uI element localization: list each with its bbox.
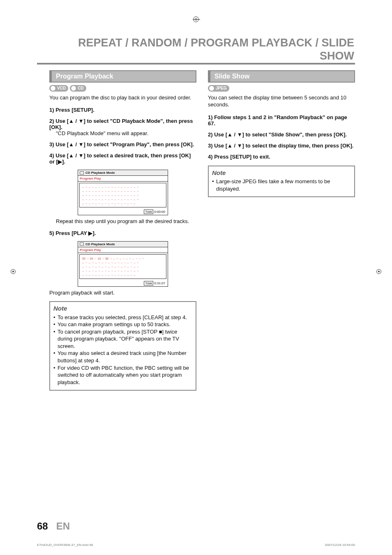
note-item: You may also select a desired track usin…	[53, 350, 192, 364]
after-cd2: Program playback will start.	[49, 289, 196, 297]
step-1-head: 1) Press [SETUP].	[49, 107, 95, 113]
cd1-title-text: CD Playback Mode	[85, 171, 115, 175]
right-column: Slide Show JPEG You can select the displ…	[208, 70, 355, 391]
cd1-total: Total 0:00:00	[78, 209, 168, 215]
step-3-head: 3) Use [▲ / ▼] to select "Program Play",…	[49, 141, 194, 147]
jpeg-badge-label: JPEG	[216, 86, 227, 90]
step-4: 4) Use [▲ / ▼] to select a desired track…	[49, 152, 196, 165]
jpeg-badges: JPEG	[208, 85, 355, 92]
cd2-title: CD Playback Mode	[78, 242, 168, 247]
slideshow-heading: Slide Show	[208, 70, 355, 83]
page-title: REPEAT / RANDOM / PROGRAM PLAYBACK / SLI…	[37, 36, 355, 64]
after-cd1: Repeat this step until you program all t…	[56, 218, 196, 225]
r-step-4-head: 4) Press [SETUP] to exit.	[208, 154, 270, 160]
step-3: 3) Use [▲ / ▼] to select "Program Play",…	[49, 141, 196, 147]
note-item: You can make program settings up to 50 t…	[53, 321, 192, 328]
cd2-total: Total 0:31:07	[78, 280, 168, 286]
step-4-head: 4) Use [▲ / ▼] to select a desired track…	[49, 152, 191, 165]
page-lang: EN	[56, 520, 70, 532]
r-step-1: 1) Follow steps 1 and 2 in "Random Playb…	[208, 114, 355, 127]
slideshow-intro: You can select the display time between …	[208, 94, 355, 108]
registration-mark-left	[11, 269, 16, 274]
cd-badge-label: CD	[78, 86, 83, 90]
cd2-title-text: CD Playback Mode	[85, 242, 115, 246]
note-item: For video CD with PBC function, the PBC …	[53, 364, 192, 386]
cd1-total-val: 0:00:00	[154, 210, 165, 214]
r-step-2: 2) Use [▲ / ▼] to select "Slide Show", t…	[208, 131, 355, 138]
r-step-3-head: 3) Use [▲ / ▼] to select the display tim…	[208, 143, 353, 149]
left-column: Program Playback VCD CD You can program …	[49, 70, 196, 391]
program-playback-heading: Program Playback	[49, 70, 196, 83]
cd2-sub: Program Play	[78, 247, 168, 253]
window-icon	[80, 242, 84, 246]
right-note-box: Note Large-size JPEG files take a few mo…	[208, 166, 355, 197]
cd-window-2: CD Playback Mode Program Play 09 →04 →10…	[78, 241, 168, 287]
cd1-title: CD Playback Mode	[78, 170, 168, 176]
vcd-badge: VCD	[49, 85, 68, 92]
left-note-title: Note	[53, 304, 192, 313]
window-icon	[80, 171, 84, 175]
right-note-list: Large-size JPEG files take a few moments…	[212, 178, 351, 192]
r-step-1-head: 1) Follow steps 1 and 2 in "Random Playb…	[208, 114, 347, 127]
print-mark-right: 2007/12/28 10:54:00	[325, 543, 355, 547]
crop-mark-top	[193, 16, 199, 22]
cd2-grid: 09 →04 →10 →08 →-- →-- →-- →-- →-- →-- →…	[79, 254, 166, 279]
step-2: 2) Use [▲ / ▼] to select "CD Playback Mo…	[49, 118, 196, 136]
r-step-4: 4) Press [SETUP] to exit.	[208, 154, 355, 160]
left-note-list: To erase tracks you selected, press [CLE…	[53, 314, 192, 386]
footer: 68 EN	[37, 520, 70, 532]
note-item: To erase tracks you selected, press [CLE…	[53, 314, 192, 321]
jpeg-badge: JPEG	[208, 85, 229, 92]
vcd-badge-label: VCD	[57, 86, 66, 90]
step-1: 1) Press [SETUP].	[49, 107, 196, 113]
print-mark-left: E7H42UD_DVDR3506-37_EN.indd 68	[37, 543, 93, 547]
step-2-head: 2) Use [▲ / ▼] to select "CD Playback Mo…	[49, 118, 196, 130]
step-5-head: 5) Press [PLAY ▶].	[49, 230, 96, 236]
r-step-3: 3) Use [▲ / ▼] to select the display tim…	[208, 143, 355, 149]
r-step-2-head: 2) Use [▲ / ▼] to select "Slide Show", t…	[208, 131, 347, 138]
page-number: 68	[37, 520, 48, 532]
step-5: 5) Press [PLAY ▶].	[49, 230, 196, 236]
cd1-grid: -- →-- →-- →-- →-- →-- →-- →-- →-- →-- →…	[79, 183, 166, 207]
note-item: To cancel program playback, press [STOP …	[53, 328, 192, 350]
step-2-body: "CD Playback Mode" menu will appear.	[49, 130, 196, 136]
left-note-box: Note To erase tracks you selected, press…	[49, 301, 196, 391]
disc-badges: VCD CD	[49, 85, 196, 92]
program-intro: You can program the disc to play back in…	[49, 94, 196, 101]
main-columns: Program Playback VCD CD You can program …	[0, 64, 392, 391]
cd-window-1: CD Playback Mode Program Play -- →-- →--…	[78, 170, 168, 215]
cd2-total-label: Total	[144, 281, 153, 286]
cd-badge: CD	[70, 85, 86, 92]
cd1-sub: Program Play	[78, 176, 168, 182]
registration-mark-right	[376, 269, 381, 274]
right-note-title: Note	[212, 169, 351, 177]
cd2-total-val: 0:31:07	[154, 281, 165, 285]
cd1-total-label: Total	[144, 210, 153, 214]
note-item: Large-size JPEG files take a few moments…	[212, 178, 351, 192]
